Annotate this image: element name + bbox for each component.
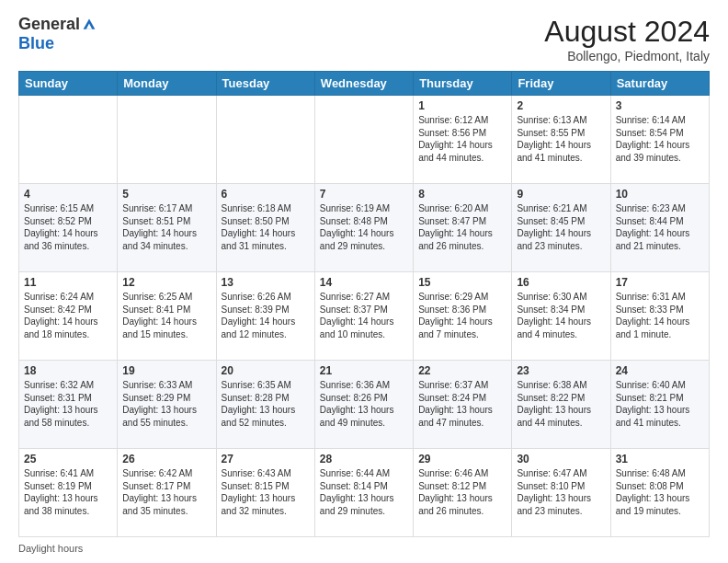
day-info: Sunrise: 6:13 AMSunset: 8:55 PMDaylight:… — [517, 114, 605, 164]
calendar-day-cell: 27Sunrise: 6:43 AMSunset: 8:15 PMDayligh… — [216, 449, 314, 537]
day-of-week-header: Sunday — [19, 72, 118, 96]
calendar-week-row: 1Sunrise: 6:12 AMSunset: 8:56 PMDaylight… — [19, 96, 710, 184]
calendar-body: 1Sunrise: 6:12 AMSunset: 8:56 PMDaylight… — [19, 96, 710, 537]
day-number: 24 — [616, 364, 704, 377]
day-info: Sunrise: 6:15 AMSunset: 8:52 PMDaylight:… — [24, 202, 112, 252]
header-row: SundayMondayTuesdayWednesdayThursdayFrid… — [19, 72, 710, 96]
calendar-day-cell: 30Sunrise: 6:47 AMSunset: 8:10 PMDayligh… — [512, 449, 610, 537]
day-number: 23 — [517, 364, 605, 377]
day-info: Sunrise: 6:37 AMSunset: 8:24 PMDaylight:… — [418, 379, 506, 429]
calendar-day-cell: 31Sunrise: 6:48 AMSunset: 8:08 PMDayligh… — [610, 449, 709, 537]
calendar-day-cell — [19, 96, 118, 184]
calendar-day-cell — [216, 96, 314, 184]
day-of-week-header: Friday — [512, 72, 610, 96]
day-number: 10 — [616, 188, 704, 201]
day-number: 16 — [517, 276, 605, 289]
day-of-week-header: Tuesday — [216, 72, 314, 96]
day-number: 8 — [418, 188, 506, 201]
day-info: Sunrise: 6:24 AMSunset: 8:42 PMDaylight:… — [24, 291, 112, 340]
calendar-day-cell: 5Sunrise: 6:17 AMSunset: 8:51 PMDaylight… — [118, 184, 216, 272]
day-number: 30 — [517, 453, 605, 465]
calendar-day-cell: 12Sunrise: 6:25 AMSunset: 8:41 PMDayligh… — [118, 272, 216, 361]
day-number: 26 — [122, 453, 210, 465]
day-info: Sunrise: 6:43 AMSunset: 8:15 PMDaylight:… — [222, 467, 310, 517]
day-number: 3 — [616, 99, 704, 112]
day-number: 7 — [320, 188, 408, 201]
day-info: Sunrise: 6:41 AMSunset: 8:19 PMDaylight:… — [24, 467, 112, 517]
calendar-day-cell: 24Sunrise: 6:40 AMSunset: 8:21 PMDayligh… — [610, 361, 709, 449]
day-of-week-header: Thursday — [414, 72, 512, 96]
day-number: 2 — [517, 99, 605, 112]
calendar: SundayMondayTuesdayWednesdayThursdayFrid… — [18, 71, 710, 537]
day-number: 20 — [222, 364, 310, 377]
calendar-day-cell: 22Sunrise: 6:37 AMSunset: 8:24 PMDayligh… — [414, 361, 512, 449]
calendar-day-cell: 10Sunrise: 6:23 AMSunset: 8:44 PMDayligh… — [610, 184, 709, 272]
calendar-day-cell: 19Sunrise: 6:33 AMSunset: 8:29 PMDayligh… — [118, 361, 216, 449]
day-number: 13 — [222, 276, 310, 289]
day-number: 27 — [222, 453, 310, 465]
day-number: 5 — [122, 188, 210, 201]
day-of-week-header: Monday — [118, 72, 216, 96]
calendar-header: SundayMondayTuesdayWednesdayThursdayFrid… — [19, 72, 710, 96]
day-of-week-header: Saturday — [610, 72, 709, 96]
page: General Blue August 2024 Bollengo, Piedm… — [0, 0, 728, 563]
calendar-day-cell: 28Sunrise: 6:44 AMSunset: 8:14 PMDayligh… — [314, 449, 413, 537]
logo-blue-text: Blue — [18, 34, 54, 53]
day-number: 22 — [418, 364, 506, 377]
calendar-day-cell: 4Sunrise: 6:15 AMSunset: 8:52 PMDaylight… — [19, 184, 118, 272]
day-info: Sunrise: 6:47 AMSunset: 8:10 PMDaylight:… — [517, 467, 605, 517]
calendar-week-row: 4Sunrise: 6:15 AMSunset: 8:52 PMDaylight… — [19, 184, 710, 272]
day-info: Sunrise: 6:29 AMSunset: 8:36 PMDaylight:… — [418, 291, 506, 340]
day-number: 17 — [616, 276, 704, 289]
calendar-day-cell: 6Sunrise: 6:18 AMSunset: 8:50 PMDaylight… — [216, 184, 314, 272]
day-number: 21 — [320, 364, 408, 377]
daylight-label: Daylight hours — [18, 543, 83, 554]
logo-text: General — [18, 15, 97, 34]
logo-general: General — [18, 15, 80, 34]
day-info: Sunrise: 6:14 AMSunset: 8:54 PMDaylight:… — [616, 114, 704, 164]
day-info: Sunrise: 6:25 AMSunset: 8:41 PMDaylight:… — [122, 291, 210, 340]
calendar-day-cell: 7Sunrise: 6:19 AMSunset: 8:48 PMDaylight… — [314, 184, 413, 272]
calendar-day-cell: 15Sunrise: 6:29 AMSunset: 8:36 PMDayligh… — [414, 272, 512, 361]
calendar-day-cell: 21Sunrise: 6:36 AMSunset: 8:26 PMDayligh… — [314, 361, 413, 449]
day-info: Sunrise: 6:33 AMSunset: 8:29 PMDaylight:… — [122, 379, 210, 429]
day-info: Sunrise: 6:31 AMSunset: 8:33 PMDaylight:… — [616, 291, 704, 340]
day-number: 25 — [24, 453, 112, 465]
calendar-week-row: 25Sunrise: 6:41 AMSunset: 8:19 PMDayligh… — [19, 449, 710, 537]
calendar-day-cell: 1Sunrise: 6:12 AMSunset: 8:56 PMDaylight… — [414, 96, 512, 184]
calendar-day-cell: 16Sunrise: 6:30 AMSunset: 8:34 PMDayligh… — [512, 272, 610, 361]
calendar-day-cell: 14Sunrise: 6:27 AMSunset: 8:37 PMDayligh… — [314, 272, 413, 361]
day-number: 18 — [24, 364, 112, 377]
day-info: Sunrise: 6:17 AMSunset: 8:51 PMDaylight:… — [122, 202, 210, 252]
day-info: Sunrise: 6:20 AMSunset: 8:47 PMDaylight:… — [418, 202, 506, 252]
day-info: Sunrise: 6:48 AMSunset: 8:08 PMDaylight:… — [616, 467, 704, 517]
footer: Daylight hours — [18, 543, 710, 554]
calendar-day-cell: 17Sunrise: 6:31 AMSunset: 8:33 PMDayligh… — [610, 272, 709, 361]
day-number: 9 — [517, 188, 605, 201]
day-info: Sunrise: 6:19 AMSunset: 8:48 PMDaylight:… — [320, 202, 408, 252]
day-number: 19 — [122, 364, 210, 377]
calendar-day-cell: 18Sunrise: 6:32 AMSunset: 8:31 PMDayligh… — [19, 361, 118, 449]
day-info: Sunrise: 6:35 AMSunset: 8:28 PMDaylight:… — [222, 379, 310, 429]
calendar-day-cell: 3Sunrise: 6:14 AMSunset: 8:54 PMDaylight… — [610, 96, 709, 184]
day-info: Sunrise: 6:21 AMSunset: 8:45 PMDaylight:… — [517, 202, 605, 252]
day-info: Sunrise: 6:30 AMSunset: 8:34 PMDaylight:… — [517, 291, 605, 340]
subtitle: Bollengo, Piedmont, Italy — [544, 49, 710, 63]
calendar-day-cell: 8Sunrise: 6:20 AMSunset: 8:47 PMDaylight… — [414, 184, 512, 272]
day-number: 14 — [320, 276, 408, 289]
day-info: Sunrise: 6:23 AMSunset: 8:44 PMDaylight:… — [616, 202, 704, 252]
day-info: Sunrise: 6:32 AMSunset: 8:31 PMDaylight:… — [24, 379, 112, 429]
day-number: 1 — [418, 99, 506, 112]
day-number: 31 — [616, 453, 704, 465]
calendar-day-cell — [118, 96, 216, 184]
day-number: 12 — [122, 276, 210, 289]
day-number: 4 — [24, 188, 112, 201]
day-info: Sunrise: 6:40 AMSunset: 8:21 PMDaylight:… — [616, 379, 704, 429]
calendar-day-cell — [314, 96, 413, 184]
calendar-day-cell: 9Sunrise: 6:21 AMSunset: 8:45 PMDaylight… — [512, 184, 610, 272]
day-info: Sunrise: 6:12 AMSunset: 8:56 PMDaylight:… — [418, 114, 506, 164]
calendar-day-cell: 20Sunrise: 6:35 AMSunset: 8:28 PMDayligh… — [216, 361, 314, 449]
day-info: Sunrise: 6:18 AMSunset: 8:50 PMDaylight:… — [222, 202, 310, 252]
day-number: 29 — [418, 453, 506, 465]
calendar-week-row: 11Sunrise: 6:24 AMSunset: 8:42 PMDayligh… — [19, 272, 710, 361]
